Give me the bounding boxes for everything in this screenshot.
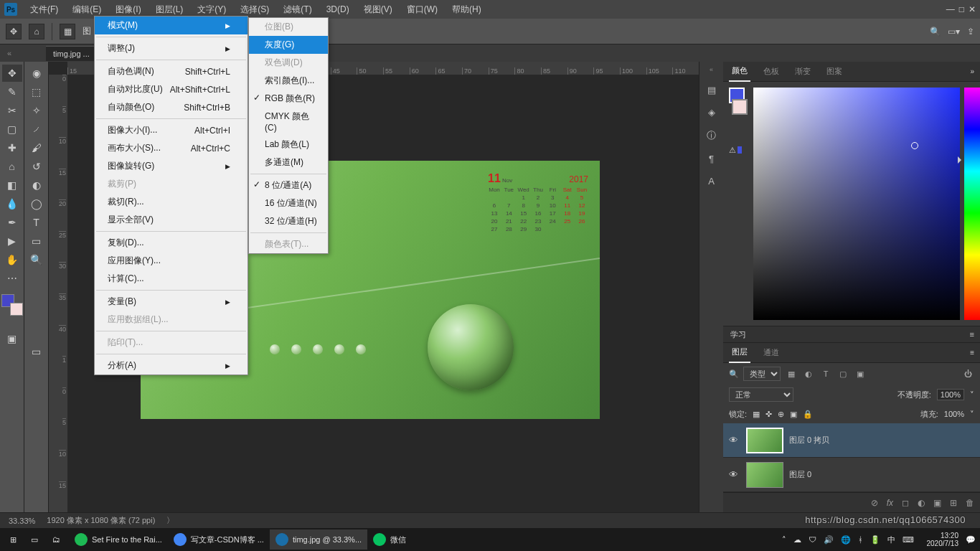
workspace-icon[interactable]: ▭▾	[948, 27, 960, 37]
color-bg-swatch[interactable]	[732, 99, 748, 115]
fill-value[interactable]: 100%	[944, 410, 964, 418]
taskbar-clock[interactable]: 13:20 2020/7/13	[927, 532, 959, 547]
filter-type-icon[interactable]: T	[819, 367, 832, 380]
submenu-item[interactable]: Lab 颜色(L)	[249, 136, 328, 154]
blend-mode-select[interactable]: 正常	[729, 387, 793, 402]
tab-gradients[interactable]: 渐变	[792, 62, 814, 81]
search-icon[interactable]: 🔍	[930, 27, 941, 37]
menu-item[interactable]: 画布大小(S)...Alt+Ctrl+C	[95, 139, 248, 157]
home-icon[interactable]: ⌂	[29, 24, 44, 39]
tab-patterns[interactable]: 图案	[824, 62, 845, 81]
color-swatches[interactable]	[1, 294, 23, 316]
layer-visibility-icon[interactable]: 👁	[729, 435, 740, 446]
tray-ime-icon[interactable]: 中	[887, 534, 895, 545]
brush-tool[interactable]: 🖌	[27, 139, 47, 156]
paragraph-panel-icon[interactable]: ¶	[709, 154, 714, 164]
pen-tool[interactable]: ✒	[2, 214, 22, 231]
menu-filter[interactable]: 滤镜(T)	[276, 1, 319, 19]
tab-channels[interactable]: 通道	[760, 343, 782, 362]
filter-shape-icon[interactable]: ▢	[837, 367, 849, 380]
marquee-tool[interactable]: ⬚	[27, 83, 47, 100]
delete-layer-icon[interactable]: 🗑	[966, 498, 974, 508]
layer-name[interactable]: 图层 0	[789, 469, 811, 480]
crop-tool[interactable]: ✂	[2, 102, 22, 119]
lock-position-icon[interactable]: ✜	[765, 410, 772, 419]
eraser-tool[interactable]: ◧	[2, 176, 22, 194]
menu-item[interactable]: 应用图像(Y)...	[95, 252, 248, 270]
adjustment-layer-icon[interactable]: ◐	[918, 498, 925, 508]
tray-battery-icon[interactable]: 🔋	[870, 535, 880, 545]
eyedropper-tool[interactable]: ✎	[2, 83, 22, 100]
menu-item[interactable]: 计算(C)...	[95, 270, 248, 288]
hand-tool[interactable]: ✋	[2, 251, 22, 268]
layer-style-icon[interactable]: fx	[887, 498, 893, 508]
menu-item[interactable]: 变量(B)▶	[95, 293, 248, 311]
menu-item[interactable]: 图像大小(I)...Alt+Ctrl+I	[95, 121, 248, 139]
submenu-item[interactable]: ✓RGB 颜色(R)	[249, 90, 328, 108]
share-icon[interactable]: ⇪	[967, 27, 974, 37]
tray-security-icon[interactable]: 🛡	[809, 535, 816, 544]
magic-wand-tool[interactable]: ✧	[27, 102, 47, 119]
zoom-tool[interactable]: 🔍	[27, 251, 47, 268]
properties-panel-icon[interactable]: ◈	[708, 107, 715, 118]
taskbar-app[interactable]: 微信	[367, 529, 412, 550]
more-tools[interactable]: ⋯	[2, 270, 22, 287]
panel-collapse-icon[interactable]: »	[970, 67, 974, 75]
lasso-tool[interactable]: ◉	[27, 65, 47, 82]
move-tool[interactable]: ✥	[2, 65, 22, 82]
submenu-item[interactable]: 32 位/通道(H)	[249, 212, 328, 230]
history-panel-icon[interactable]: ▤	[707, 85, 716, 95]
color-picker-cursor[interactable]	[911, 142, 918, 149]
layer-row[interactable]: 👁图层 0	[723, 458, 980, 492]
tray-network-icon[interactable]: 🌐	[841, 535, 851, 545]
menu-item[interactable]: 复制(D)...	[95, 234, 248, 252]
tray-volume-icon[interactable]: 🔊	[824, 535, 834, 545]
menu-item[interactable]: 自动对比度(U)Alt+Shift+Ctrl+L	[95, 80, 248, 98]
character-panel-icon[interactable]: A	[708, 176, 715, 187]
menu-item[interactable]: 分析(A)▶	[95, 357, 248, 375]
layer-thumbnail[interactable]	[746, 428, 783, 453]
move-tool-icon[interactable]: ✥	[6, 24, 22, 39]
quickmask-tool[interactable]: ▣	[2, 330, 22, 347]
blur-tool[interactable]: 💧	[2, 195, 22, 212]
window-maximize-icon[interactable]: □	[959, 4, 964, 14]
filter-toggle-icon[interactable]: ⏻	[961, 367, 974, 380]
tray-onedrive-icon[interactable]: ☁	[793, 535, 801, 545]
menu-item[interactable]: 自动颜色(O)Shift+Ctrl+B	[95, 98, 248, 116]
layer-visibility-icon[interactable]: 👁	[729, 469, 740, 480]
shape-tool[interactable]: ▭	[27, 232, 47, 250]
lock-artboard-icon[interactable]: ⊕	[778, 410, 784, 419]
taskbar-app[interactable]: timg.jpg @ 33.3%...	[270, 529, 367, 550]
type-tool[interactable]: T	[27, 214, 47, 231]
menu-item[interactable]: 调整(J)▶	[95, 39, 248, 57]
link-layers-icon[interactable]: ⊘	[871, 498, 878, 508]
info-panel-icon[interactable]: ⓘ	[707, 129, 716, 142]
clone-stamp-tool[interactable]: ⌂	[2, 158, 22, 175]
menu-item[interactable]: 裁切(R)...	[95, 193, 248, 211]
lock-all-icon[interactable]: 🔒	[803, 410, 813, 419]
tray-keyboard-icon[interactable]: ⌨	[903, 535, 914, 545]
window-minimize-icon[interactable]: —	[946, 4, 955, 14]
layer-row[interactable]: 👁图层 0 拷贝	[723, 423, 980, 458]
menu-help[interactable]: 帮助(H)	[445, 1, 489, 19]
filter-adjust-icon[interactable]: ◐	[802, 367, 815, 380]
slice-tool[interactable]: ⟋	[27, 121, 47, 138]
menu-item[interactable]: 图像旋转(G)▶	[95, 157, 248, 175]
zoom-value[interactable]: 33.33%	[9, 517, 35, 525]
task-view-icon[interactable]: ▭	[25, 529, 44, 550]
submenu-item[interactable]: CMYK 颜色(C)	[249, 108, 328, 136]
menu-3d[interactable]: 3D(D)	[319, 1, 357, 17]
submenu-item[interactable]: 多通道(M)	[249, 154, 328, 171]
lock-pixels-icon[interactable]: ▦	[753, 410, 760, 419]
filter-pixel-icon[interactable]: ▦	[785, 367, 798, 380]
frame-tool[interactable]: ▢	[2, 121, 22, 138]
window-close-icon[interactable]: ✕	[969, 4, 976, 14]
taskbar-app[interactable]: 写文章-CSDN博客 ...	[168, 529, 270, 550]
layer-name[interactable]: 图层 0 拷贝	[789, 435, 829, 446]
file-explorer-icon[interactable]: 🗂	[47, 529, 66, 550]
menu-file[interactable]: 文件(F)	[23, 1, 65, 19]
filter-smart-icon[interactable]: ▣	[854, 367, 867, 380]
dodge-tool[interactable]: ◯	[27, 195, 47, 212]
doc-info[interactable]: 1920 像素 x 1080 像素 (72 ppi)	[47, 515, 155, 526]
menu-view[interactable]: 视图(V)	[357, 1, 400, 19]
